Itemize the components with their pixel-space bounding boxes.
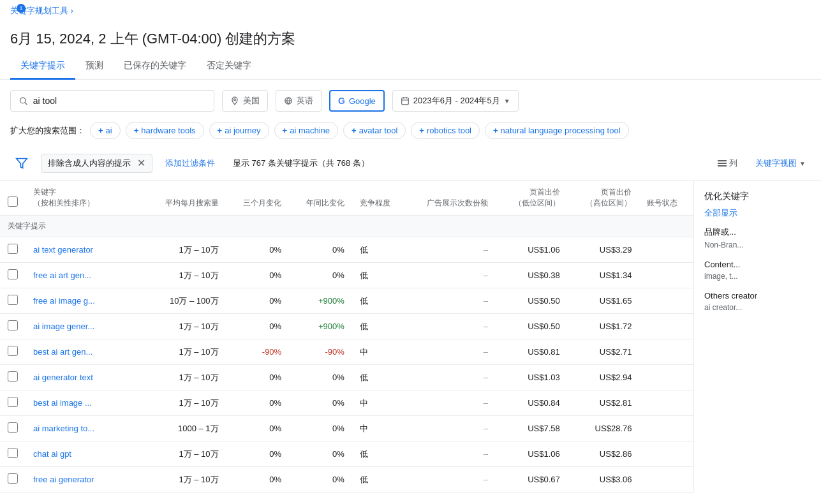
panel-section-content: Content... image, t... xyxy=(704,260,811,281)
calendar-icon xyxy=(401,96,410,105)
tag-label: robotics tool xyxy=(427,126,471,135)
expand-tag-avatar-tool[interactable]: + avatar tool xyxy=(343,122,406,139)
search-section: 美国 英语 G Google 2023年6月 - 2024年5月 ▼ xyxy=(0,80,821,117)
active-filter-adult[interactable]: 排除含成人内容的提示 ✕ xyxy=(41,154,152,173)
tab-saved-keywords[interactable]: 已保存的关键字 xyxy=(114,54,196,80)
keyword-cell[interactable]: free ai art gen... xyxy=(26,263,145,288)
tab-forecast[interactable]: 预测 xyxy=(75,54,114,80)
col-bid-high[interactable]: 页首出价（高位区间） xyxy=(568,181,640,216)
keyword-cell[interactable]: chat ai gpt xyxy=(26,441,145,467)
col-competition[interactable]: 竞争程度 xyxy=(352,181,406,216)
bid-low-cell: US$0.84 xyxy=(496,390,568,416)
monthly-cell: 1万 – 10万 xyxy=(145,339,226,365)
status-cell xyxy=(639,288,693,314)
col-yoy[interactable]: 年同比变化 xyxy=(289,181,352,216)
row-checkbox[interactable] xyxy=(8,397,18,407)
expand-tag-ai[interactable]: + ai xyxy=(90,122,121,139)
show-all-link[interactable]: 全部显示 xyxy=(704,207,811,219)
bid-low-cell: US$1.06 xyxy=(496,441,568,467)
row-checkbox[interactable] xyxy=(8,371,18,382)
table-row: ai image gener... 1万 – 10万 0% +900% 低 – … xyxy=(0,314,693,339)
location-filter[interactable]: 美国 xyxy=(222,90,268,112)
date-chevron-icon: ▼ xyxy=(504,98,510,105)
expand-tag-ai-journey[interactable]: + ai journey xyxy=(209,122,269,139)
col-bid-low[interactable]: 页首出价（低位区间） xyxy=(496,181,568,216)
plus-icon: + xyxy=(419,126,424,135)
bid-high-cell: US$1.65 xyxy=(568,288,640,314)
competition-cell: 低 xyxy=(352,288,406,314)
expand-tag-hardware-tools[interactable]: + hardware tools xyxy=(126,122,204,139)
keyword-cell[interactable]: best ai art gen... xyxy=(26,339,145,365)
table-row: ai marketing to... 1000 – 1万 0% 0% 中 – U… xyxy=(0,416,693,441)
yoy-cell: +900% xyxy=(289,314,352,339)
row-checkbox[interactable] xyxy=(8,295,18,305)
monthly-cell: 1万 – 10万 xyxy=(145,365,226,390)
language-filter[interactable]: 英语 xyxy=(276,90,322,112)
keyword-cell[interactable]: ai text generator xyxy=(26,237,145,263)
status-cell xyxy=(639,416,693,441)
keyword-cell[interactable]: ai image gener... xyxy=(26,314,145,339)
panel-section-content: ai creator... xyxy=(704,303,811,312)
competition-cell: 低 xyxy=(352,467,406,493)
select-all-checkbox[interactable] xyxy=(8,196,18,207)
panel-section-title: Content... xyxy=(704,260,811,269)
keyword-cell[interactable]: best ai image ... xyxy=(26,390,145,416)
add-filter-button[interactable]: 添加过滤条件 xyxy=(160,154,220,172)
row-checkbox[interactable] xyxy=(8,346,18,356)
tag-label: hardware tools xyxy=(141,126,195,135)
expand-tag-robotics-tool[interactable]: + robotics tool xyxy=(411,122,480,139)
keyword-cell[interactable]: ai marketing to... xyxy=(26,416,145,441)
keyword-view-button[interactable]: 关键字视图 ▼ xyxy=(750,154,811,172)
filter-label: 排除含成人内容的提示 xyxy=(48,158,131,169)
remove-filter-button[interactable]: ✕ xyxy=(137,158,145,168)
yoy-cell: 0% xyxy=(289,237,352,263)
toolbar: 1 排除含成人内容的提示 ✕ 添加过滤条件 显示 767 条关键字提示（共 76… xyxy=(0,147,821,181)
impressions-cell: – xyxy=(406,441,496,467)
bid-high-cell: US$28.76 xyxy=(568,416,640,441)
plus-icon: + xyxy=(351,126,357,135)
row-checkbox[interactable] xyxy=(8,244,18,254)
monthly-cell: 1万 – 10万 xyxy=(145,467,226,493)
breadcrumb[interactable]: 关键字规划工具 › xyxy=(10,5,811,17)
col-account-status: 账号状态 xyxy=(639,181,693,216)
bid-high-cell: US$3.06 xyxy=(568,467,640,493)
competition-cell: 低 xyxy=(352,441,406,467)
expand-tag-nlp-tool[interactable]: + natural language processing tool xyxy=(485,122,629,139)
row-checkbox[interactable] xyxy=(8,448,18,458)
keyword-cell[interactable]: ai generator text xyxy=(26,365,145,390)
yoy-cell: 0% xyxy=(289,365,352,390)
monthly-cell: 1万 – 10万 xyxy=(145,263,226,288)
col-monthly-search[interactable]: 平均每月搜索量 xyxy=(145,181,226,216)
row-checkbox[interactable] xyxy=(8,320,18,330)
search-input[interactable] xyxy=(33,96,206,106)
row-checkbox[interactable] xyxy=(8,473,18,484)
col-keyword[interactable]: 关键字（按相关性排序） xyxy=(26,181,145,216)
tab-keyword-suggestions[interactable]: 关键字提示 xyxy=(10,54,75,80)
keyword-cell[interactable]: free ai image g... xyxy=(26,288,145,314)
keyword-cell[interactable]: free ai generator xyxy=(26,467,145,493)
tab-negative-keywords[interactable]: 否定关键字 xyxy=(196,54,262,80)
columns-button[interactable]: 列 xyxy=(713,154,743,172)
search-network-filter[interactable]: G Google xyxy=(329,90,385,112)
col-three-month[interactable]: 三个月变化 xyxy=(226,181,290,216)
plus-icon: + xyxy=(98,126,103,135)
right-panel-title: 优化关键字 xyxy=(704,191,811,202)
monthly-cell: 1000 – 1万 xyxy=(145,416,226,441)
location-icon xyxy=(230,96,239,105)
competition-cell: 低 xyxy=(352,314,406,339)
search-box[interactable] xyxy=(10,90,214,112)
status-cell xyxy=(639,237,693,263)
funnel-icon xyxy=(15,157,28,170)
table-row: free ai art gen... 1万 – 10万 0% 0% 低 – US… xyxy=(0,263,693,288)
filter-icon-button[interactable]: 1 xyxy=(10,152,33,175)
add-filter-label: 添加过滤条件 xyxy=(165,158,215,169)
monthly-cell: 10万 – 100万 xyxy=(145,288,226,314)
tabs-container: 关键字提示 预测 已保存的关键字 否定关键字 xyxy=(0,54,821,80)
expand-tag-ai-machine[interactable]: + ai machine xyxy=(274,122,338,139)
row-checkbox[interactable] xyxy=(8,422,18,433)
row-checkbox[interactable] xyxy=(8,269,18,279)
three-month-cell: 0% xyxy=(226,314,290,339)
col-impressions[interactable]: 广告展示次数份额 xyxy=(406,181,496,216)
status-cell xyxy=(639,263,693,288)
date-range-filter[interactable]: 2023年6月 - 2024年5月 ▼ xyxy=(392,90,519,112)
